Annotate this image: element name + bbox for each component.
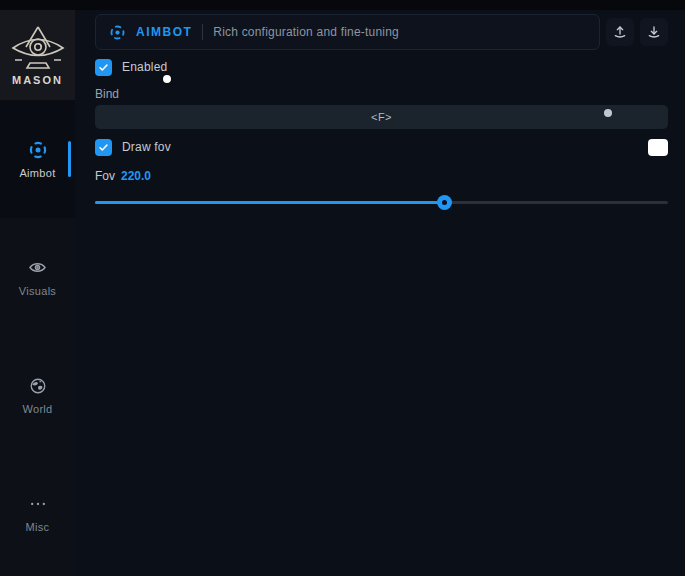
fov-label: Fov (95, 169, 115, 183)
draw-fov-checkbox[interactable] (95, 139, 112, 156)
download-config-button[interactable] (640, 18, 668, 46)
app-window: MASON Aimbot Visuals (0, 0, 685, 576)
enabled-label: Enabled (122, 60, 167, 74)
fov-color-swatch[interactable] (648, 139, 668, 156)
sidebar-item-label: Aimbot (19, 167, 55, 179)
slider-fill (95, 201, 445, 204)
sidebar-item-misc[interactable]: Misc (0, 454, 75, 572)
main-panel: AIMBOT Rich configuration and fine-tunin… (75, 10, 685, 576)
draw-fov-label: Draw fov (122, 140, 171, 154)
upload-config-button[interactable] (606, 18, 634, 46)
sidebar-item-label: Misc (26, 521, 50, 533)
crosshair-icon (109, 24, 126, 41)
fov-value: 220.0 (121, 169, 151, 183)
ellipsis-icon (28, 494, 48, 514)
page-subtitle: Rich configuration and fine-tuning (213, 25, 399, 39)
eye-icon (28, 258, 48, 278)
header-divider (202, 24, 203, 40)
bind-value: <F> (371, 111, 392, 123)
sidebar-item-aimbot[interactable]: Aimbot (0, 100, 75, 218)
check-icon (98, 62, 109, 73)
bind-input[interactable]: <F> (95, 105, 668, 129)
crosshair-icon (28, 140, 48, 160)
bind-label: Bind (95, 87, 668, 101)
slider-handle[interactable] (437, 195, 452, 210)
sidebar-item-label: World (22, 403, 52, 415)
mouse-cursor-dot (163, 75, 171, 83)
mason-eye-pyramid-icon (9, 25, 67, 71)
fov-slider[interactable] (95, 194, 668, 210)
page-title: AIMBOT (136, 25, 192, 39)
sidebar-item-world[interactable]: World (0, 336, 75, 454)
header: AIMBOT Rich configuration and fine-tunin… (95, 14, 668, 50)
enabled-row: Enabled (95, 58, 668, 76)
bind-indicator-dot (604, 109, 612, 117)
globe-icon (28, 376, 48, 396)
fov-row: Fov 220.0 (95, 169, 668, 183)
upload-icon (612, 24, 628, 40)
sidebar: MASON Aimbot Visuals (0, 10, 75, 576)
draw-fov-row: Draw fov (95, 138, 668, 156)
header-bar: AIMBOT Rich configuration and fine-tunin… (95, 14, 600, 50)
window-top-strip (0, 0, 685, 10)
download-icon (646, 24, 662, 40)
brand-logo: MASON (0, 10, 75, 100)
enabled-checkbox[interactable] (95, 59, 112, 76)
sidebar-item-visuals[interactable]: Visuals (0, 218, 75, 336)
brand-name: MASON (12, 74, 63, 86)
check-icon (98, 142, 109, 153)
sidebar-item-label: Visuals (19, 285, 56, 297)
